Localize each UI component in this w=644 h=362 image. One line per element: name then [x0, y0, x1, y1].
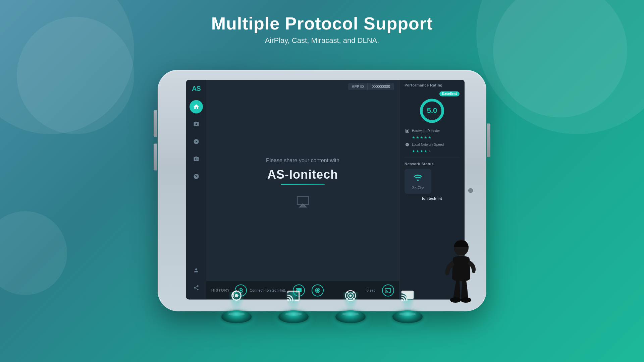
- cast-protocol-icon[interactable]: [287, 289, 300, 305]
- page-wrapper: Multiple Protocol Support AirPlay, Cast,…: [0, 0, 644, 362]
- svg-point-9: [235, 294, 238, 297]
- performance-rating-title: Performance Rating: [405, 83, 460, 87]
- svg-line-16: [346, 298, 348, 300]
- hardware-decoder-item: Hardware Decoder: [405, 128, 460, 133]
- net-star-3: ★: [420, 149, 423, 154]
- net-star-2: ★: [416, 149, 419, 154]
- device-name: AS-Ionitech: [267, 168, 338, 182]
- net-star-4: ★: [424, 149, 427, 154]
- performance-rating-section: Excellent 5.0: [405, 91, 460, 124]
- star-2: ★: [416, 135, 419, 140]
- bg-decor-2: [17, 17, 134, 134]
- pad-dlna: [392, 284, 423, 323]
- net-star-5: ★: [428, 149, 431, 154]
- network-status-section: Network Status 2.4 Ghz Ionitech-Int: [405, 162, 460, 200]
- pad-airplay: [221, 284, 252, 323]
- bg-decor-5: [0, 211, 67, 295]
- sidebar-logo: AS: [192, 85, 201, 93]
- power-button[interactable]: [487, 123, 490, 157]
- page-title: Multiple Protocol Support: [211, 13, 433, 34]
- pad-cast-base: [278, 310, 309, 323]
- header-area: Multiple Protocol Support AirPlay, Cast,…: [211, 0, 433, 45]
- page-subtitle: AirPlay, Cast, Miracast, and DLNA.: [211, 36, 433, 45]
- sidebar-icon-record[interactable]: [190, 135, 203, 148]
- display-area: Please share your content with AS-Ionite…: [206, 93, 399, 281]
- star-4: ★: [424, 135, 427, 140]
- pad-airplay-base: [221, 310, 252, 323]
- pad-cast: [278, 284, 309, 323]
- pad-cast-icon-area: [280, 284, 307, 310]
- app-id-label: APP ID: [348, 83, 367, 90]
- performance-score-circle: 5.0: [419, 97, 445, 124]
- app-screen: AS: [186, 80, 465, 299]
- miracast-protocol-icon[interactable]: [344, 289, 357, 305]
- svg-point-20: [461, 297, 471, 303]
- wifi-card: 2.4 Ghz: [405, 169, 431, 194]
- pad-miracast-base: [335, 310, 366, 323]
- svg-line-13: [346, 292, 348, 293]
- svg-point-19: [450, 297, 461, 303]
- camera-dot: [468, 188, 473, 193]
- net-star-1: ★: [412, 149, 415, 154]
- phone-outer: AS: [144, 48, 500, 323]
- svg-marker-1: [300, 203, 306, 207]
- svg-rect-8: [407, 130, 408, 132]
- hardware-stats: Hardware Decoder ★ ★ ★ ★ ★: [405, 128, 460, 154]
- pad-miracast: [335, 284, 366, 323]
- main-content: APP ID 000000000 Please share your conte…: [206, 80, 399, 299]
- sidebar: AS: [186, 80, 206, 299]
- svg-point-12: [350, 295, 352, 297]
- volume-up-button[interactable]: [154, 110, 157, 137]
- network-speed-label: Local Network Speed: [412, 143, 444, 146]
- pad-dlna-base: [392, 310, 423, 323]
- svg-point-0: [196, 158, 197, 160]
- pad-miracast-icon-area: [337, 284, 364, 310]
- sidebar-icon-home[interactable]: [190, 100, 203, 113]
- svg-line-14: [353, 292, 355, 293]
- person-figure: [439, 238, 483, 318]
- star-5: ★: [428, 135, 431, 140]
- network-speed-icon: [405, 142, 410, 147]
- network-speed-item: Local Network Speed: [405, 142, 460, 147]
- sidebar-icon-screenshot[interactable]: [190, 152, 203, 166]
- top-bar: APP ID 000000000: [206, 80, 399, 93]
- wifi-icon: [413, 173, 423, 184]
- panel-divider: [405, 158, 460, 158]
- hardware-decoder-icon: [405, 128, 410, 133]
- hardware-stars: ★ ★ ★ ★ ★: [405, 135, 460, 140]
- airplay-arrow-icon: [296, 195, 310, 210]
- sidebar-icon-help[interactable]: [190, 170, 203, 183]
- pad-dlna-icon-area: [394, 284, 421, 310]
- svg-line-15: [353, 298, 355, 300]
- performance-badge: Excellent: [439, 91, 460, 96]
- performance-score: 5.0: [427, 106, 437, 115]
- network-status-title: Network Status: [405, 162, 460, 166]
- star-1: ★: [412, 135, 415, 140]
- network-stars: ★ ★ ★ ★ ★: [405, 149, 460, 154]
- volume-down-button[interactable]: [154, 143, 157, 170]
- share-prompt: Please share your content with: [266, 158, 339, 164]
- airplay-protocol-icon[interactable]: [230, 289, 243, 305]
- app-id-value: 000000000: [367, 83, 394, 90]
- device-name-underline: [281, 184, 325, 185]
- sidebar-icon-camera[interactable]: [190, 117, 203, 131]
- dlna-protocol-icon[interactable]: [401, 289, 414, 305]
- wifi-name: Ionitech-Int: [405, 196, 460, 200]
- wifi-frequency: 2.4 Ghz: [412, 186, 424, 190]
- pad-airplay-icon-area: [223, 284, 250, 310]
- hardware-decoder-label: Hardware Decoder: [412, 129, 440, 133]
- star-3: ★: [420, 135, 423, 140]
- protocol-pads-area: [171, 269, 473, 323]
